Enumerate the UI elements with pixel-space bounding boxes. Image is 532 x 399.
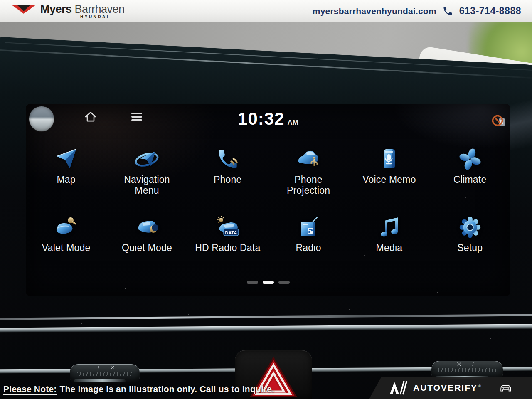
- app-label: Media: [376, 242, 403, 253]
- app-tile-phone-projection[interactable]: Phone Projection: [268, 145, 349, 196]
- autoverify-wordmark: AUTOVERIFY®: [413, 383, 482, 393]
- app-tile-valet-mode[interactable]: Valet Mode: [26, 213, 106, 253]
- page-indicator: [26, 281, 510, 284]
- page-dot-2-active[interactable]: [263, 281, 274, 284]
- vent-adjuster-markings: ⨉/–: [431, 362, 503, 367]
- dust-specks: [0, 22, 1, 23]
- myers-m-logo-icon: [11, 3, 37, 17]
- disclaimer-note: Please Note:The image is an illustration…: [3, 384, 274, 394]
- app-label: Climate: [453, 174, 486, 185]
- hd-data-badge: DATA: [225, 230, 237, 235]
- banner-divider: [490, 381, 490, 394]
- app-label: Phone: [214, 174, 242, 185]
- app-label: Map: [57, 174, 75, 185]
- dealer-phone-number: 613-714-8888: [459, 5, 521, 17]
- app-label: Voice Memo: [362, 174, 416, 185]
- app-tile-navigation-menu[interactable]: Navigation Menu: [106, 145, 187, 196]
- left-vent-adjuster[interactable]: –\⨉: [70, 364, 140, 385]
- app-label: Valet Mode: [42, 242, 91, 253]
- phone-projection-icon: [295, 145, 322, 171]
- media-icon: [377, 213, 401, 239]
- app-tile-media[interactable]: Media: [349, 213, 429, 253]
- dealer-logo: Myers Barrhaven HYUNDAI: [11, 3, 125, 19]
- note-label: Please Note:: [3, 384, 57, 395]
- app-tile-map[interactable]: Map: [26, 145, 106, 196]
- note-text: The image is an illustration only. Call …: [59, 384, 274, 394]
- page-dot-1[interactable]: [247, 281, 258, 284]
- app-tile-quiet-mode[interactable]: Quiet Mode: [106, 213, 187, 253]
- autoverify-logo-icon: [389, 381, 408, 395]
- app-tile-radio[interactable]: Radio: [268, 213, 349, 253]
- app-tile-hd-radio-data[interactable]: DATA HD Radio Data: [187, 213, 268, 253]
- phone-handset-icon: [442, 5, 453, 17]
- dealer-website: myersbarrhavenhyundai.com: [313, 6, 436, 16]
- time-period: AM: [287, 118, 298, 126]
- dealer-name: Myers Barrhaven: [40, 3, 125, 15]
- app-label: Phone Projection: [273, 174, 344, 196]
- status-clock: 10:32AM: [26, 109, 510, 129]
- app-label: Radio: [296, 242, 321, 253]
- voice-memo-icon: [378, 145, 400, 171]
- map-icon: [53, 145, 79, 171]
- app-label: Quiet Mode: [122, 242, 172, 253]
- car-icon[interactable]: [499, 383, 512, 393]
- app-tile-climate[interactable]: Climate: [430, 145, 510, 196]
- vent-adjuster-markings: –\⨉: [70, 365, 140, 371]
- app-label: HD Radio Data: [195, 242, 260, 253]
- app-label: Setup: [457, 242, 483, 253]
- bluetooth-disconnected-icon[interactable]: [491, 113, 507, 129]
- app-tile-setup[interactable]: Setup: [430, 213, 510, 253]
- valet-mode-icon: [53, 213, 79, 239]
- phone-app-icon: [215, 145, 240, 171]
- setup-icon: [458, 213, 482, 239]
- autoverify-banner: AUTOVERIFY®: [369, 377, 532, 399]
- time-value: 10:32: [238, 109, 284, 128]
- app-tile-phone[interactable]: Phone: [187, 145, 268, 196]
- hd-radio-data-icon: DATA: [214, 213, 241, 239]
- radio-icon: [297, 213, 320, 239]
- app-tile-voice-memo[interactable]: Voice Memo: [349, 145, 429, 196]
- quiet-mode-icon: [134, 213, 160, 239]
- dealer-header: Myers Barrhaven HYUNDAI myersbarrhavenhy…: [0, 0, 532, 22]
- navigation-menu-icon: [133, 145, 160, 171]
- app-label: Navigation Menu: [111, 174, 182, 196]
- page-dot-3[interactable]: [278, 281, 290, 284]
- infotainment-screen: 10:32AM Map: [26, 104, 510, 296]
- climate-icon: [458, 145, 482, 171]
- screenshot-root: Myers Barrhaven HYUNDAI myersbarrhavenhy…: [0, 0, 532, 399]
